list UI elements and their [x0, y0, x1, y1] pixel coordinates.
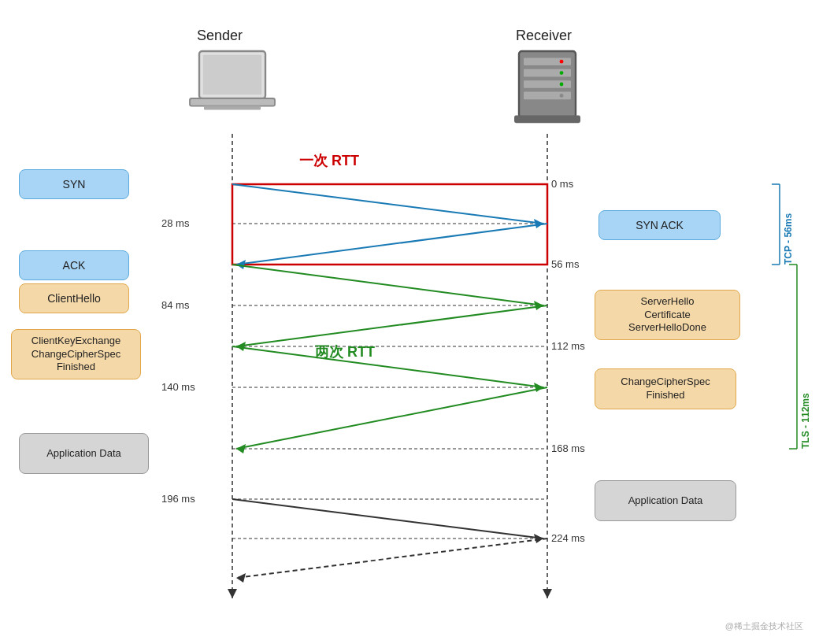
client-hello-box: ClientHello — [19, 283, 129, 313]
app-data-left-box: Application Data — [19, 433, 149, 474]
client-key-exchange-box: ClientKeyExchangeChangeCipherSpecFinishe… — [11, 329, 141, 379]
svg-marker-3 — [543, 589, 552, 598]
time-112ms: 112 ms — [551, 340, 585, 352]
svg-point-45 — [560, 60, 564, 64]
svg-rect-38 — [190, 98, 275, 106]
svg-line-28 — [236, 539, 547, 578]
diagram-canvas: Sender Receiver — [0, 0, 819, 644]
svg-line-20 — [236, 305, 547, 346]
svg-marker-2 — [228, 589, 237, 598]
sender-icon — [185, 43, 280, 130]
svg-line-18 — [232, 265, 543, 305]
receiver-icon — [500, 43, 595, 130]
time-168ms: 168 ms — [551, 442, 585, 454]
syn-ack-box: SYN ACK — [598, 210, 721, 240]
ack-box: ACK — [19, 250, 129, 280]
rtt2-label: 两次 RTT — [315, 342, 375, 361]
time-196ms: 196 ms — [161, 493, 195, 505]
svg-marker-17 — [236, 260, 246, 269]
syn-box: SYN — [19, 169, 129, 199]
time-140ms: 140 ms — [161, 381, 195, 393]
svg-marker-21 — [236, 342, 246, 351]
rtt1-label: 一次 RTT — [299, 151, 359, 170]
svg-rect-42 — [524, 69, 571, 77]
svg-rect-39 — [204, 106, 261, 110]
svg-line-22 — [232, 346, 543, 387]
receiver-title: Receiver — [516, 28, 572, 44]
server-hello-box: ServerHelloCertificateServerHelloDone — [595, 290, 740, 340]
app-data-right-box: Application Data — [595, 480, 736, 521]
svg-marker-25 — [236, 444, 246, 453]
svg-rect-44 — [524, 92, 571, 100]
svg-point-46 — [560, 71, 564, 75]
svg-marker-19 — [534, 301, 543, 310]
svg-line-16 — [236, 224, 547, 265]
time-0ms: 0 ms — [551, 178, 573, 190]
svg-marker-27 — [534, 534, 543, 543]
svg-line-24 — [236, 387, 547, 449]
time-28ms: 28 ms — [161, 217, 189, 229]
svg-point-47 — [560, 83, 564, 87]
tls-brace-label: TLS - 112ms — [800, 260, 811, 449]
svg-line-26 — [232, 499, 543, 539]
svg-rect-43 — [524, 80, 571, 88]
svg-rect-49 — [514, 116, 580, 124]
change-cipher-right-box: ChangeCipherSpecFinished — [595, 368, 736, 409]
svg-rect-41 — [524, 57, 571, 65]
svg-rect-37 — [203, 55, 261, 94]
time-56ms: 56 ms — [551, 258, 579, 270]
svg-line-14 — [232, 184, 543, 224]
svg-marker-23 — [534, 383, 543, 392]
time-224ms: 224 ms — [551, 532, 585, 544]
tcp-brace-label: TCP - 56ms — [783, 180, 794, 265]
time-84ms: 84 ms — [161, 299, 189, 311]
svg-marker-29 — [236, 573, 246, 583]
watermark: @稀土掘金技术社区 — [725, 620, 803, 632]
svg-rect-13 — [232, 184, 547, 265]
svg-point-48 — [560, 94, 564, 98]
sender-title: Sender — [197, 28, 243, 44]
svg-marker-15 — [534, 219, 543, 228]
